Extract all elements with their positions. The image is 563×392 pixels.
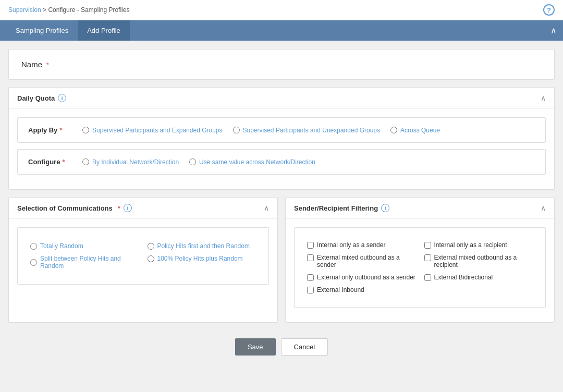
apply-by-label: Apply By * xyxy=(28,126,70,134)
tab-header: Sampling Profiles Add Profile ∧ xyxy=(0,20,563,41)
breadcrumb-bar: Supervision > Configure - Sampling Profi… xyxy=(0,0,563,20)
tabs: Sampling Profiles Add Profile xyxy=(6,20,130,41)
selection-header: Selection of Communications * i ∧ xyxy=(9,198,277,219)
sr-option-3[interactable]: External Inbound xyxy=(307,286,416,293)
apply-by-option-0[interactable]: Supervised Participants and Expanded Gro… xyxy=(82,127,223,134)
selection-of-communications-section: Selection of Communications * i ∧ Totall… xyxy=(8,197,278,323)
configure-option-0[interactable]: By Individual Network/Direction xyxy=(82,158,179,166)
sender-col-2: Internal only as a recipient External mi… xyxy=(424,241,533,293)
cancel-button[interactable]: Cancel xyxy=(281,338,328,356)
daily-quota-collapse-icon[interactable]: ∧ xyxy=(541,94,546,102)
tab-add-profile[interactable]: Add Profile xyxy=(78,20,130,41)
tab-collapse-icon[interactable]: ∧ xyxy=(550,26,557,35)
configure-label: Configure * xyxy=(28,158,70,166)
sr-option-5[interactable]: External mixed outbound as a recipient xyxy=(424,254,533,268)
configure-radio-group: By Individual Network/Direction Use same… xyxy=(82,158,315,166)
selection-info-icon[interactable]: i xyxy=(124,204,132,212)
help-icon[interactable]: ? xyxy=(543,4,555,16)
sender-recipient-checkbox-cols: Internal only as a sender External mixed… xyxy=(305,236,535,299)
sender-col-1: Internal only as a sender External mixed… xyxy=(307,241,416,293)
footer-buttons: Save Cancel xyxy=(8,330,555,364)
daily-quota-section: Daily Quota i ∧ Apply By * Supervised Pa… xyxy=(8,87,555,190)
daily-quota-body: Apply By * Supervised Participants and E… xyxy=(9,109,554,189)
configure-row: Configure * By Individual Network/Direct… xyxy=(28,158,535,166)
breadcrumb-parent[interactable]: Supervision xyxy=(8,6,41,14)
sr-option-2[interactable]: External only outbound as a sender xyxy=(307,274,416,281)
tab-sampling-profiles[interactable]: Sampling Profiles xyxy=(6,20,78,41)
apply-by-option-2[interactable]: Across Queue xyxy=(390,127,440,134)
main-content: Name * Daily Quota i ∧ Apply By * xyxy=(0,41,563,391)
breadcrumb-separator: > xyxy=(43,6,48,14)
selection-option-3[interactable]: 100% Policy Hits plus Random xyxy=(148,255,256,262)
sender-recipient-info-icon[interactable]: i xyxy=(381,204,389,212)
sender-recipient-title: Sender/Recipient Filtering i xyxy=(294,204,389,212)
selection-col-0: Totally Random Split between Policy Hits… xyxy=(30,242,139,270)
configure-option-1[interactable]: Use same value across Network/Direction xyxy=(189,158,315,166)
apply-by-row: Apply By * Supervised Participants and E… xyxy=(28,126,535,134)
breadcrumb: Supervision > Configure - Sampling Profi… xyxy=(8,6,129,14)
sr-option-1[interactable]: External mixed outbound as a sender xyxy=(307,254,416,268)
breadcrumb-current: Configure - Sampling Profiles xyxy=(48,6,129,14)
sender-recipient-section: Sender/Recipient Filtering i ∧ Internal … xyxy=(285,197,555,323)
save-button[interactable]: Save xyxy=(235,338,276,356)
daily-quota-header: Daily Quota i ∧ xyxy=(9,88,554,109)
selection-option-1[interactable]: Split between Policy Hits and Random xyxy=(30,255,139,270)
selection-option-0[interactable]: Totally Random xyxy=(30,242,139,250)
selection-collapse-icon[interactable]: ∧ xyxy=(264,204,269,212)
apply-by-card: Apply By * Supervised Participants and E… xyxy=(17,117,546,143)
selection-title: Selection of Communications * i xyxy=(17,204,132,212)
two-col-row: Selection of Communications * i ∧ Totall… xyxy=(8,197,555,330)
selection-inner-card: Totally Random Split between Policy Hits… xyxy=(17,227,269,285)
sr-option-6[interactable]: External Bidirectional xyxy=(424,274,533,281)
selection-col-1: Policy Hits first and then Random 100% P… xyxy=(148,242,256,270)
sender-recipient-header: Sender/Recipient Filtering i ∧ xyxy=(286,198,554,219)
daily-quota-info-icon[interactable]: i xyxy=(58,94,66,102)
name-required: * xyxy=(46,61,49,69)
name-label: Name xyxy=(21,60,42,69)
sr-option-4[interactable]: Internal only as a recipient xyxy=(424,241,533,249)
sender-recipient-inner-card: Internal only as a sender External mixed… xyxy=(294,227,546,308)
name-section: Name * xyxy=(8,49,555,80)
apply-by-option-1[interactable]: Supervised Participants and Unexpanded G… xyxy=(233,127,381,134)
selection-option-2[interactable]: Policy Hits first and then Random xyxy=(148,242,256,250)
daily-quota-title: Daily Quota i xyxy=(17,94,66,102)
apply-by-radio-group: Supervised Participants and Expanded Gro… xyxy=(82,127,440,134)
selection-body: Totally Random Split between Policy Hits… xyxy=(9,219,277,299)
sr-option-0[interactable]: Internal only as a sender xyxy=(307,241,416,249)
selection-radio-cols: Totally Random Split between Policy Hits… xyxy=(28,236,258,276)
sender-recipient-body: Internal only as a sender External mixed… xyxy=(286,219,554,322)
configure-card: Configure * By Individual Network/Direct… xyxy=(17,149,546,175)
sender-recipient-collapse-icon[interactable]: ∧ xyxy=(541,204,546,212)
